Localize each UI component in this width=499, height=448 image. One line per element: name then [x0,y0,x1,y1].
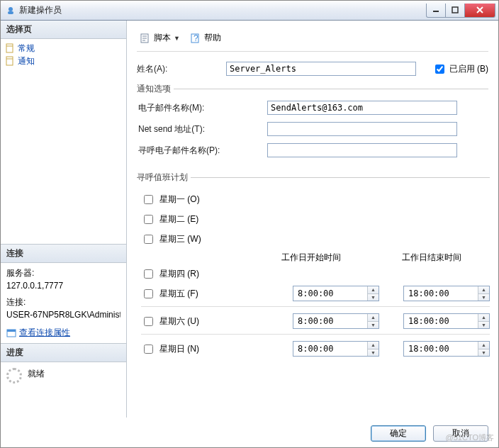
script-icon [140,33,151,44]
sidebar-item-label: 常规 [18,43,35,55]
name-label: 姓名(A): [137,63,226,75]
day-tue[interactable]: 星期二 (E) [141,213,269,226]
name-input[interactable] [226,62,416,76]
day-thu[interactable]: 星期四 (R) [141,267,269,281]
help-icon: ? [190,33,201,44]
view-connection-properties-link[interactable]: 查看连接属性 [19,327,70,339]
time-headers: 工作日开始时间 工作日结束时间 [281,252,490,264]
page-icon [5,56,15,66]
main-panel: 脚本 ▼ ? 帮助 姓名(A): 已启用 (B) 通知选项 [127,21,498,418]
toolbar: 脚本 ▼ ? 帮助 [137,28,488,52]
sun-start-spinner[interactable]: 8:00:00▲▼ [293,341,379,357]
close-button[interactable] [464,4,495,18]
conn-value: USER-67NP5R8LGK\Administrat [6,310,120,320]
pager-label: 寻呼电子邮件名称(P): [138,145,267,157]
sidebar-item-notify[interactable]: 通知 [5,55,122,67]
weekday-end-spinner[interactable]: 18:00:00▲▼ [403,286,490,301]
sat-start-spinner[interactable]: 8:00:00▲▼ [293,313,379,329]
day-fri[interactable]: 星期五 (F) [141,287,269,301]
spinner-icon [6,368,22,383]
svg-text:?: ? [194,33,198,43]
end-header: 工作日结束时间 [402,252,487,264]
progress-status: 就绪 [28,368,45,380]
down-icon[interactable]: ▼ [478,294,489,301]
sidebar-item-label: 通知 [18,55,35,67]
down-icon[interactable]: ▼ [478,322,489,329]
day-sat[interactable]: 星期六 (U) [141,315,269,328]
sidebar-item-general[interactable]: 常规 [5,42,122,55]
svg-rect-6 [7,330,16,332]
netsend-input[interactable] [267,122,457,136]
schedule-group-legend: 寻呼值班计划 [137,172,191,184]
svg-rect-4 [6,57,13,65]
properties-icon [6,328,16,338]
svg-rect-2 [452,7,458,13]
netsend-label: Net send 地址(T): [138,123,267,135]
notify-group-legend: 通知选项 [137,83,174,95]
day-sun[interactable]: 星期日 (N) [141,342,269,356]
cancel-button[interactable]: 取消 [433,425,488,442]
script-button[interactable]: 脚本 ▼ [137,30,183,45]
up-icon[interactable]: ▲ [478,286,489,294]
help-label: 帮助 [204,32,221,44]
day-wed[interactable]: 星期三 (W) [141,233,269,246]
progress-panel: 就绪 [1,362,126,418]
email-input[interactable] [267,101,457,115]
up-icon[interactable]: ▲ [478,314,489,322]
svg-rect-3 [6,44,13,52]
window: 新建操作员 选择页 常规 通知 连接 服务器: 127.0. [0,0,499,448]
up-icon[interactable]: ▲ [368,342,379,349]
connection-header: 连接 [1,245,126,263]
footer: 确定 取消 [1,419,498,447]
up-icon[interactable]: ▲ [368,286,379,294]
titlebar: 新建操作员 [1,1,498,21]
connection-panel: 服务器: 127.0.0.1,7777 连接: USER-67NP5R8LGK\… [1,263,126,344]
sat-end-spinner[interactable]: 18:00:00▲▼ [403,313,490,329]
down-icon[interactable]: ▼ [368,294,379,301]
progress-header: 进度 [1,344,126,362]
day-mon[interactable]: 星期一 (O) [141,193,269,206]
down-icon[interactable]: ▼ [368,322,379,329]
enabled-checkbox[interactable]: 已启用 (B) [432,62,488,76]
server-label: 服务器: [6,267,120,279]
app-icon [5,5,16,16]
minimize-button[interactable] [426,4,446,18]
down-icon[interactable]: ▼ [368,349,379,357]
weekday-start-spinner[interactable]: 8:00:00▲▼ [293,286,379,301]
schedule-group: 寻呼值班计划 星期一 (O) 星期二 (E) 星期三 (W) 工作日开始时间 工… [137,172,490,359]
up-icon[interactable]: ▲ [368,314,379,322]
enabled-checkbox-input[interactable] [435,65,444,74]
sidebar: 选择页 常规 通知 连接 服务器: 127.0.0.1,7777 连接: USE… [1,21,127,418]
chevron-down-icon: ▼ [174,35,180,42]
page-icon [5,43,15,53]
script-label: 脚本 [154,32,171,44]
notify-group: 通知选项 电子邮件名称(M): Net send 地址(T): 寻呼电子邮件名称… [137,83,488,164]
svg-point-0 [9,7,13,11]
pager-input[interactable] [267,143,457,157]
conn-label: 连接: [6,296,120,308]
select-page-header: 选择页 [1,21,126,39]
down-icon[interactable]: ▼ [478,349,489,357]
start-header: 工作日开始时间 [281,252,366,264]
sun-end-spinner[interactable]: 18:00:00▲▼ [403,341,490,357]
email-label: 电子邮件名称(M): [138,102,267,114]
window-title: 新建操作员 [19,4,427,16]
help-button[interactable]: ? 帮助 [187,30,224,45]
svg-rect-1 [8,11,13,14]
up-icon[interactable]: ▲ [478,342,489,349]
server-value: 127.0.0.1,7777 [6,281,120,291]
enabled-label: 已启用 (B) [449,63,488,75]
maximize-button[interactable] [445,4,465,18]
ok-button[interactable]: 确定 [371,425,426,442]
